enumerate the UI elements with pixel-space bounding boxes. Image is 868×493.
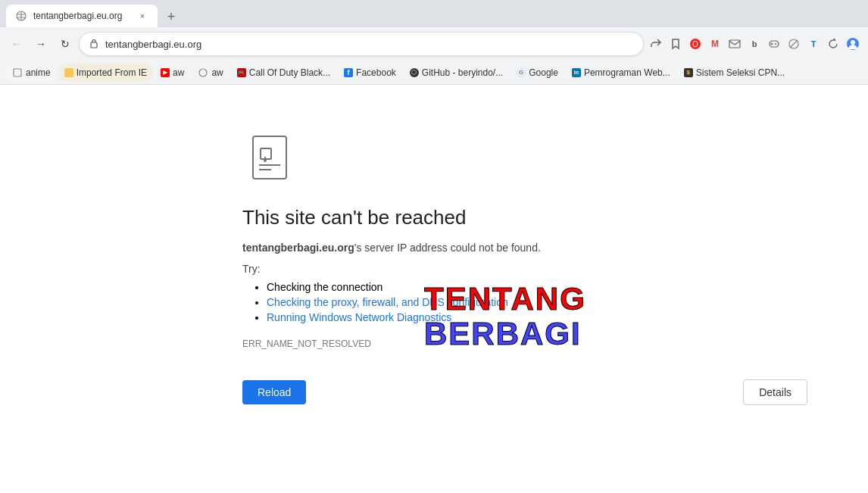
logo-line1: TENTANG: [424, 282, 586, 317]
bookmark-linkedin[interactable]: in Pemrograman Web...: [566, 64, 676, 82]
svg-point-15: [199, 69, 207, 76]
bookmark-ie-label: Imported From IE: [76, 67, 147, 78]
logo-line2: BERBAGI: [424, 317, 586, 351]
bookmark-github[interactable]: ⬡ GitHub - beryindo/...: [404, 64, 509, 82]
block-icon[interactable]: [785, 35, 803, 53]
bookmark-fb-label: Facebook: [356, 67, 396, 78]
forward-button[interactable]: →: [30, 33, 52, 55]
svg-rect-14: [14, 69, 21, 76]
bookmark-cpns-label: Sistem Seleksi CPN...: [696, 67, 785, 78]
bookmark-gh-label: GitHub - beryindo/...: [422, 67, 503, 78]
bookmark-li-favicon: in: [572, 68, 581, 77]
bookmark-cpns-favicon: $: [684, 68, 693, 77]
svg-rect-5: [729, 40, 740, 48]
error-container: This site can't be reached tentangberbag…: [0, 85, 868, 435]
bookmark-cod[interactable]: 🎮 Call Of Duty Black...: [231, 64, 336, 82]
svg-point-21: [264, 160, 266, 161]
bookmark-anime[interactable]: anime: [6, 64, 57, 82]
bookmark-anime-label: anime: [26, 67, 51, 78]
bookmark-yt[interactable]: ▶ aw: [155, 64, 190, 82]
url-text: tentangberbagi.eu.org: [105, 39, 634, 50]
toolbar-icons: O M b T: [647, 35, 862, 53]
refresh-icon[interactable]: [824, 35, 842, 53]
opera-icon[interactable]: O: [686, 35, 704, 53]
svg-rect-2: [91, 42, 97, 48]
error-description: tentangberbagi.eu.org's server IP addres…: [242, 242, 868, 254]
back-button[interactable]: ←: [6, 33, 27, 55]
bookmark-cpns[interactable]: $ Sistem Seleksi CPN...: [678, 64, 791, 82]
bookmark-google[interactable]: G Google: [510, 64, 564, 82]
bookmark-cod-favicon: 🎮: [237, 68, 246, 77]
lock-icon: [89, 38, 99, 51]
bookmark-gh-favicon: ⬡: [410, 68, 419, 77]
tab-close-button[interactable]: ×: [136, 10, 148, 22]
bookmark-icon[interactable]: [667, 35, 685, 53]
bookmark-cod-label: Call Of Duty Black...: [249, 67, 330, 78]
bookmark-li-label: Pemrograman Web...: [584, 67, 670, 78]
suggestion-1-text: Checking the connection: [267, 281, 382, 293]
reload-button[interactable]: ↻: [55, 33, 76, 55]
error-icon: [242, 130, 868, 188]
bookmark-google-favicon: G: [517, 68, 526, 77]
profile-icon[interactable]: [844, 35, 862, 53]
bookmark-aw-label: aw: [211, 67, 223, 78]
bookmark-ie-favicon: [64, 68, 73, 77]
bookmark-imported[interactable]: Imported From IE: [58, 64, 153, 82]
new-tab-button[interactable]: +: [161, 6, 182, 27]
svg-text:O: O: [692, 40, 698, 48]
controller-icon[interactable]: [765, 35, 783, 53]
error-domain: tentangberbagi.eu.org: [242, 242, 354, 254]
tab-bar: tentangberbagi.eu.org × +: [0, 0, 868, 27]
error-title: This site can't be reached: [242, 206, 868, 229]
share-icon[interactable]: [647, 35, 665, 53]
bookmark-yt-favicon: ▶: [161, 68, 170, 77]
details-button[interactable]: Details: [743, 379, 807, 405]
mail-icon[interactable]: [726, 35, 744, 53]
bookmark-anime-favicon: [12, 67, 23, 78]
bookmarks-bar: anime Imported From IE ▶ aw aw 🎮 Call Of…: [0, 61, 868, 85]
translate-icon[interactable]: T: [804, 35, 823, 53]
svg-point-7: [775, 43, 776, 45]
bookmark-facebook[interactable]: f Facebook: [338, 64, 402, 82]
bookmark-fb-favicon: f: [344, 68, 353, 77]
reload-page-button[interactable]: Reload: [242, 380, 306, 404]
active-tab[interactable]: tentangberbagi.eu.org ×: [6, 5, 158, 27]
browser-window: tentangberbagi.eu.org × + ← → ↻ tentangb…: [0, 0, 868, 493]
extension-b-icon[interactable]: b: [745, 35, 763, 53]
browser-toolbar: ← → ↻ tentangberbagi.eu.org O M b: [0, 27, 868, 61]
bookmark-google-label: Google: [529, 67, 558, 78]
svg-line-11: [790, 40, 798, 48]
tab-favicon: [15, 10, 27, 22]
address-bar[interactable]: tentangberbagi.eu.org: [79, 32, 644, 56]
bookmark-aw-favicon: [198, 67, 208, 78]
site-logo-overlay: TENTANG BERBAGI: [424, 282, 586, 351]
tab-title: tentangberbagi.eu.org: [33, 11, 130, 21]
gmail-icon[interactable]: M: [706, 35, 724, 53]
svg-point-13: [851, 40, 855, 45]
page-content: This site can't be reached tentangberbag…: [0, 85, 868, 493]
error-desc-suffix: 's server IP address could not be found.: [354, 242, 541, 254]
error-actions: Reload Details: [242, 379, 868, 405]
svg-rect-16: [253, 136, 286, 179]
bookmark-yt-label: aw: [173, 67, 184, 78]
bookmark-aw[interactable]: aw: [192, 64, 229, 82]
error-try-label: Try:: [242, 263, 868, 275]
